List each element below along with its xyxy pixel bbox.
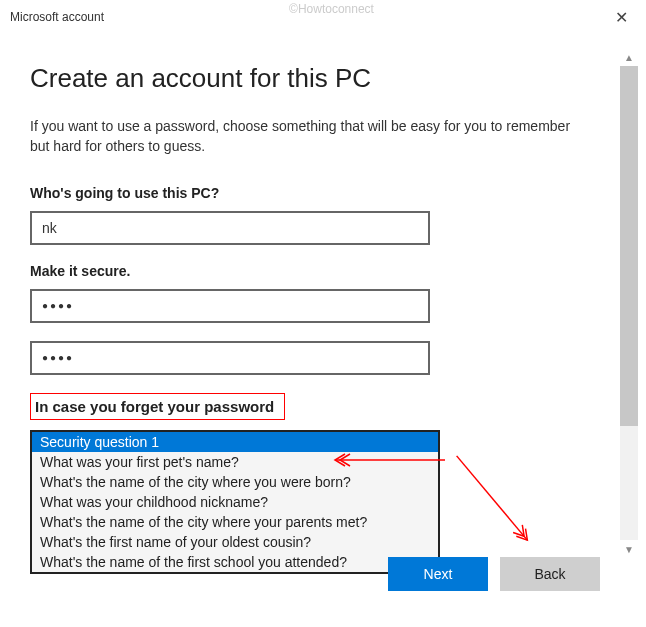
svg-line-1	[457, 456, 528, 540]
username-input[interactable]: nk	[30, 211, 430, 245]
username-value: nk	[42, 220, 57, 236]
close-icon[interactable]: ✕	[607, 6, 636, 29]
dropdown-option[interactable]: What was your childhood nickname?	[32, 492, 438, 512]
password-mask: ●●●●	[42, 300, 74, 311]
page-description: If you want to use a password, choose so…	[30, 116, 590, 157]
scrollbar-thumb[interactable]	[620, 66, 638, 426]
dropdown-option[interactable]: What's the first name of your oldest cou…	[32, 532, 438, 552]
window-title: Microsoft account	[10, 10, 104, 24]
dropdown-option[interactable]: What's the name of the city where your p…	[32, 512, 438, 532]
confirm-mask: ●●●●	[42, 352, 74, 363]
forgot-password-label: In case you forget your password	[31, 394, 278, 419]
scroll-down-icon[interactable]: ▼	[620, 540, 638, 558]
footer-buttons: Next Back	[388, 557, 600, 591]
main-content: Create an account for this PC If you wan…	[0, 28, 646, 608]
page-title: Create an account for this PC	[30, 63, 606, 94]
scroll-up-icon[interactable]: ▲	[620, 48, 638, 66]
back-button[interactable]: Back	[500, 557, 600, 591]
dropdown-option[interactable]: What's the name of the first school you …	[32, 552, 438, 572]
next-button[interactable]: Next	[388, 557, 488, 591]
watermark-text: ©Howtoconnect	[289, 2, 374, 16]
forgot-password-highlight: In case you forget your password	[30, 393, 285, 420]
password-input[interactable]: ●●●●	[30, 289, 430, 323]
scrollbar-track[interactable]	[620, 66, 638, 540]
dropdown-option[interactable]: What's the name of the city where you we…	[32, 472, 438, 492]
username-label: Who's going to use this PC?	[30, 185, 606, 201]
secure-label: Make it secure.	[30, 263, 606, 279]
dropdown-option[interactable]: Security question 1	[32, 432, 438, 452]
annotation-arrow-icon	[330, 450, 450, 470]
annotation-arrow-icon	[446, 446, 538, 551]
vertical-scrollbar[interactable]: ▲ ▼	[620, 48, 638, 558]
confirm-password-input[interactable]: ●●●●	[30, 341, 430, 375]
